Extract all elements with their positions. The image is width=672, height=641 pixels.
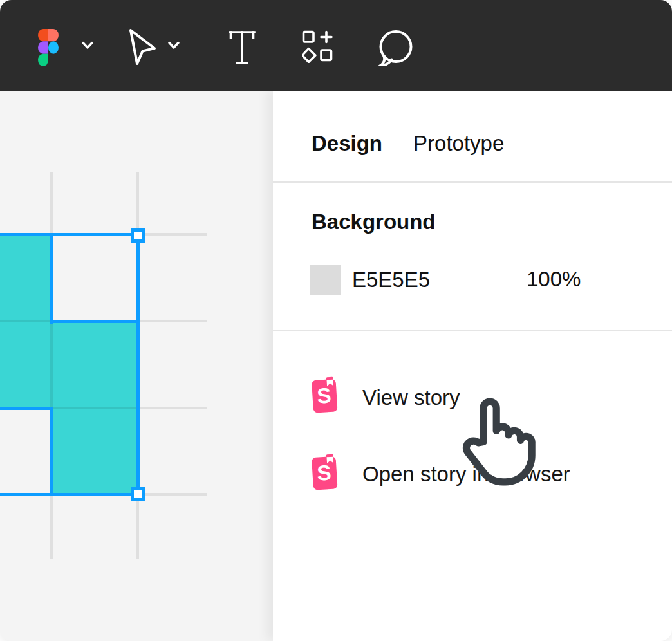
selected-shape-cell[interactable] (0, 234, 51, 321)
panel-tabs: Design Prototype (312, 131, 504, 156)
selection-edge-top (0, 233, 140, 236)
storybook-icon-letter: S (316, 460, 331, 485)
selection-edge-bottom (0, 493, 140, 496)
view-story-button[interactable]: View story (362, 385, 460, 411)
panel-divider (273, 181, 672, 183)
tab-design[interactable]: Design (312, 131, 382, 156)
selection-handle-bottom-right[interactable] (131, 487, 145, 501)
shape-inner-edge (50, 320, 140, 323)
figma-logo[interactable] (38, 29, 59, 69)
properties-panel: Design Prototype Background E5E5E5 100% … (273, 91, 672, 641)
tab-prototype[interactable]: Prototype (413, 131, 504, 156)
selected-shape-cell[interactable] (51, 408, 138, 494)
text-tool-icon[interactable] (228, 30, 256, 68)
panel-divider (273, 330, 672, 331)
selection-handle-top-right[interactable] (131, 228, 145, 243)
selection-edge-right (136, 233, 140, 496)
storybook-icon: S (310, 376, 339, 415)
selected-shape-cell[interactable] (0, 321, 138, 408)
resources-tool-icon[interactable] (302, 30, 333, 66)
comment-tool-icon[interactable] (377, 30, 415, 69)
design-canvas[interactable] (0, 91, 273, 641)
grid-line-vertical (50, 172, 53, 559)
figma-menu-chevron-down-icon[interactable] (82, 41, 93, 52)
background-color-swatch[interactable] (310, 265, 341, 295)
shape-inner-edge (0, 407, 53, 410)
background-section-title: Background (312, 209, 436, 235)
toolbar (0, 0, 672, 91)
shape-inner-edge (50, 407, 53, 496)
shape-inner-edge (50, 233, 53, 324)
open-story-in-browser-button[interactable]: Open story in browser (362, 461, 570, 487)
move-tool-chevron-down-icon[interactable] (168, 41, 180, 52)
storybook-icon: S (310, 454, 339, 492)
storybook-icon-letter: S (316, 383, 331, 407)
move-tool-icon[interactable] (128, 28, 156, 68)
figma-app-window: Design Prototype Background E5E5E5 100% … (0, 0, 672, 641)
background-opacity-value[interactable]: 100% (527, 266, 581, 292)
background-hex-value[interactable]: E5E5E5 (352, 267, 430, 293)
